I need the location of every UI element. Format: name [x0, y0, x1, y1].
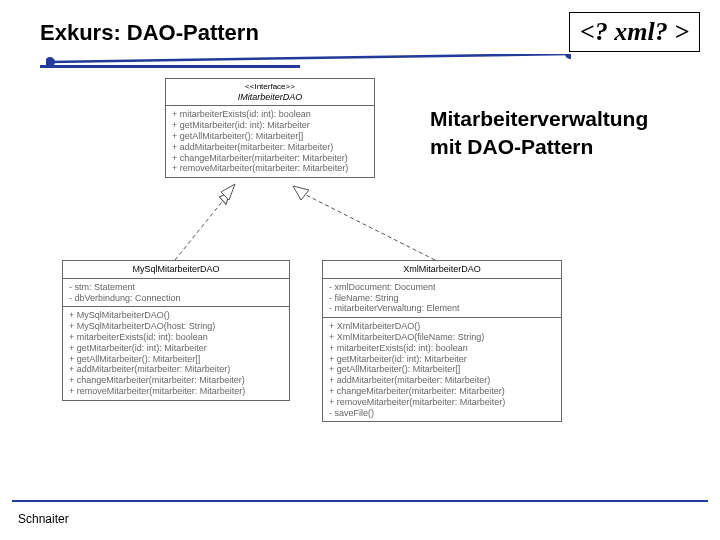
- uml-member: + MySqlMitarbeiterDAO(host: String): [69, 321, 283, 332]
- svg-marker-4: [219, 192, 231, 205]
- realization-arrow-xml: [285, 178, 445, 263]
- uml-member: + XmlMitarbeiterDAO(fileName: String): [329, 332, 555, 343]
- xml-attrs: - xmlDocument: Document- fileName: Strin…: [323, 279, 561, 318]
- uml-member: + getMitarbeiter(id: int): Mitarbeiter: [69, 343, 283, 354]
- interface-stereotype: <<Interface>>: [172, 82, 368, 92]
- uml-member: + getAllMitarbeiter(): Mitarbeiter[]: [329, 364, 555, 375]
- uml-member: + changeMitarbeiter(mitarbeiter: Mitarbe…: [329, 386, 555, 397]
- svg-point-2: [565, 54, 571, 59]
- svg-marker-5: [221, 184, 235, 200]
- xml-class-name: XmlMitarbeiterDAO: [329, 264, 555, 275]
- uml-member: + addMitarbeiter(mitarbeiter: Mitarbeite…: [329, 375, 555, 386]
- uml-member: + removeMitarbeiter(mitarbeiter: Mitarbe…: [69, 386, 283, 397]
- xml-ops: + XmlMitarbeiterDAO()+ XmlMitarbeiterDAO…: [323, 318, 561, 421]
- page-title: Exkurs: DAO-Pattern: [40, 20, 259, 46]
- footer-divider: [12, 500, 708, 502]
- uml-member: + addMitarbeiter(mitarbeiter: Mitarbeite…: [172, 142, 368, 153]
- uml-member: + removeMitarbeiter(mitarbeiter: Mitarbe…: [172, 163, 368, 174]
- uml-member: + getAllMitarbeiter(): Mitarbeiter[]: [172, 131, 368, 142]
- uml-member: - fileName: String: [329, 293, 555, 304]
- uml-member: + mitarbeiterExists(id: int): boolean: [329, 343, 555, 354]
- subtitle-line2: mit DAO-Pattern: [430, 133, 648, 161]
- footer-author: Schnaiter: [18, 512, 69, 526]
- uml-member: + removeMitarbeiter(mitarbeiter: Mitarbe…: [329, 397, 555, 408]
- uml-member: + mitarbeiterExists(id: int): boolean: [69, 332, 283, 343]
- realization-arrow-mysql: [175, 178, 275, 263]
- interface-ops: + mitarbeiterExists(id: int): boolean+ g…: [166, 106, 374, 177]
- svg-line-6: [300, 192, 435, 260]
- uml-member: + XmlMitarbeiterDAO(): [329, 321, 555, 332]
- uml-member: - xmlDocument: Document: [329, 282, 555, 293]
- uml-mysql-box: MySqlMitarbeiterDAO - stm: Statement- db…: [62, 260, 290, 401]
- uml-member: - mitarbeiterVerwaltung: Element: [329, 303, 555, 314]
- uml-member: + getMitarbeiter(id: int): Mitarbeiter: [172, 120, 368, 131]
- mysql-class-name: MySqlMitarbeiterDAO: [69, 264, 283, 275]
- uml-member: + changeMitarbeiter(mitarbeiter: Mitarbe…: [69, 375, 283, 386]
- svg-line-0: [50, 54, 570, 62]
- subtitle-line1: Mitarbeiterverwaltung: [430, 105, 648, 133]
- subtitle: Mitarbeiterverwaltung mit DAO-Pattern: [430, 105, 648, 162]
- uml-member: + changeMitarbeiter(mitarbeiter: Mitarbe…: [172, 153, 368, 164]
- interface-name: IMitarbeiterDAO: [172, 92, 368, 103]
- uml-interface-box: <<Interface>> IMitarbeiterDAO + mitarbei…: [165, 78, 375, 178]
- uml-xml-box: XmlMitarbeiterDAO - xmlDocument: Documen…: [322, 260, 562, 422]
- uml-member: + MySqlMitarbeiterDAO(): [69, 310, 283, 321]
- uml-member: + mitarbeiterExists(id: int): boolean: [172, 109, 368, 120]
- uml-member: + getMitarbeiter(id: int): Mitarbeiter: [329, 354, 555, 365]
- uml-member: - dbVerbindung: Connection: [69, 293, 283, 304]
- title-underline: [40, 65, 300, 68]
- mysql-ops: + MySqlMitarbeiterDAO()+ MySqlMitarbeite…: [63, 307, 289, 399]
- svg-line-3: [175, 192, 230, 260]
- uml-member: - stm: Statement: [69, 282, 283, 293]
- mysql-attrs: - stm: Statement- dbVerbindung: Connecti…: [63, 279, 289, 308]
- svg-marker-7: [293, 186, 309, 200]
- uml-member: + getAllMitarbeiter(): Mitarbeiter[]: [69, 354, 283, 365]
- uml-member: - saveFile(): [329, 408, 555, 419]
- uml-member: + addMitarbeiter(mitarbeiter: Mitarbeite…: [69, 364, 283, 375]
- xml-badge: <? xml? >: [569, 12, 700, 52]
